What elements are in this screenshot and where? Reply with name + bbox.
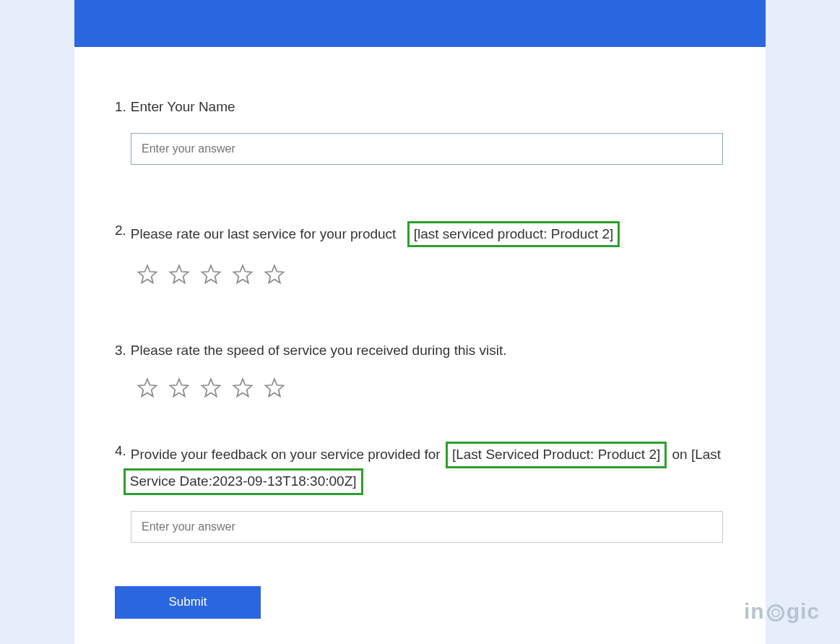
star-icon[interactable] [264,263,285,285]
name-input[interactable] [131,133,723,165]
question-4-block: 4. Provide your feedback on your service… [115,442,725,543]
form-body: 1. Enter Your Name 2. Please rate our la… [74,47,766,644]
question-number: 2. [115,221,126,241]
star-icon[interactable] [137,377,158,398]
star-icon[interactable] [200,263,222,285]
question-text: Please rate the speed of service you rec… [131,341,725,361]
question-number: 1. [115,98,126,117]
feedback-input[interactable] [131,511,723,543]
star-icon[interactable] [264,377,285,398]
rating-stars-service [137,263,725,285]
watermark-o-icon [767,604,784,622]
question-1-label: 1. Enter Your Name [115,98,725,117]
star-icon[interactable] [137,263,158,285]
star-icon[interactable] [168,263,190,285]
question-text: Enter Your Name [131,98,725,117]
question-1-block: 1. Enter Your Name [115,98,725,165]
question-text-prefix: Provide your feedback on your service pr… [131,447,441,462]
submit-button[interactable]: Submit [115,586,261,619]
highlighted-date-token: Service Date:2023-09-13T18:30:00Z] [124,468,363,495]
form-container: 1. Enter Your Name 2. Please rate our la… [74,0,766,644]
question-text: Please rate our last service for your pr… [131,221,725,248]
question-text-prefix: Please rate our last service for your pr… [131,226,397,241]
star-icon[interactable] [232,263,254,285]
star-icon[interactable] [200,377,222,398]
question-2-label: 2. Please rate our last service for your… [115,221,725,248]
question-4-label: 4. Provide your feedback on your service… [115,442,725,495]
rating-stars-speed [137,377,725,398]
star-icon[interactable] [168,377,190,398]
question-2-block: 2. Please rate our last service for your… [115,221,725,285]
watermark-text-part1: in [744,599,765,624]
question-3-block: 3. Please rate the speed of service you … [115,341,725,398]
question-number: 3. [115,341,126,361]
highlighted-product-token: [Last Serviced Product: Product 2] [446,442,667,468]
watermark-logo: in gic [744,599,820,624]
form-header-banner [74,0,766,47]
star-icon[interactable] [232,377,254,398]
question-text: Provide your feedback on your service pr… [131,442,725,495]
question-text-middle: on [Last [672,447,722,462]
question-number: 4. [115,442,126,461]
watermark-text-part2: gic [787,599,820,624]
question-3-label: 3. Please rate the speed of service you … [115,341,725,361]
highlighted-product-token: [last serviced product: Product 2] [407,221,620,248]
